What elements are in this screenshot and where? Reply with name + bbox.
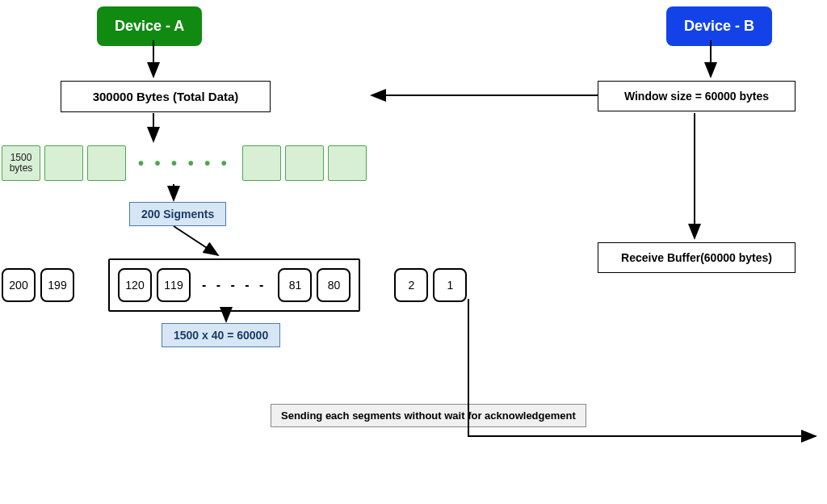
packet: 120 — [118, 268, 152, 302]
ellipsis-icon: • • • • • • — [130, 154, 238, 173]
sending-note: Sending each segments without wait for a… — [271, 404, 586, 427]
total-data-box: 300000 Bytes (Total Data) — [61, 81, 271, 112]
calculation-chip: 1500 x 40 = 60000 — [162, 323, 280, 347]
segment — [44, 145, 83, 181]
packet: 199 — [40, 268, 74, 302]
segment — [328, 145, 367, 181]
sliding-window-frame: 120 119 - - - - - 81 80 — [108, 258, 360, 312]
segment — [285, 145, 324, 181]
segment-size-label: 1500 bytes — [2, 153, 40, 174]
segments-count-chip: 200 Sigments — [129, 202, 226, 226]
packet: 81 — [278, 268, 312, 302]
packet: 200 — [2, 268, 36, 302]
receive-buffer-box: Receive Buffer(60000 bytes) — [598, 242, 796, 273]
svg-line-4 — [174, 226, 218, 255]
segment — [242, 145, 281, 181]
packet: 1 — [433, 268, 467, 302]
packet: 80 — [317, 268, 351, 302]
segment — [87, 145, 126, 181]
segment-first: 1500 bytes — [2, 145, 40, 181]
device-b-header: Device - B — [666, 6, 772, 46]
packet: 2 — [394, 268, 428, 302]
packet-row: 200 199 120 119 - - - - - 81 80 2 1 — [2, 258, 467, 312]
device-a-header: Device - A — [97, 6, 202, 46]
dash-icon: - - - - - — [195, 278, 273, 292]
packet: 119 — [157, 268, 191, 302]
window-size-box: Window size = 60000 bytes — [598, 81, 796, 111]
segments-row: 1500 bytes • • • • • • — [2, 145, 367, 181]
